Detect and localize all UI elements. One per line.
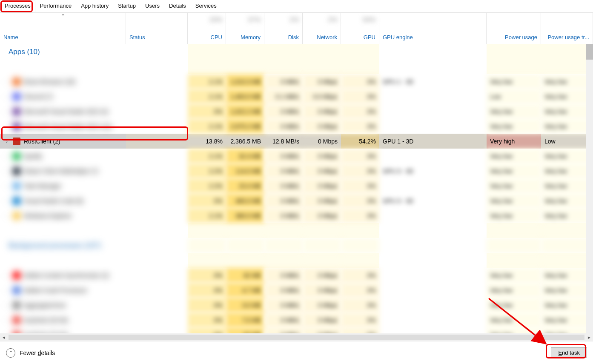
cell: 62 MB <box>226 268 264 283</box>
expander-icon[interactable]: › <box>4 124 9 129</box>
process-name: Discord (7) <box>24 93 53 100</box>
cell: GPU 1 - 3D <box>379 134 487 149</box>
cell <box>487 59 541 74</box>
tab-processes[interactable]: Processes <box>0 0 35 12</box>
table-row[interactable]: ›AggregatorHost0%3.0 MB0 MB/s0 Mbps0%Ver… <box>0 298 593 312</box>
cell: 0 MB/s <box>264 104 303 119</box>
cell <box>341 253 379 268</box>
cell <box>0 223 126 238</box>
app-icon <box>13 197 20 205</box>
name-cell: ›Microsoft Visual Studio 2022 (13) <box>0 119 126 134</box>
cell: 0 Mbps <box>303 268 341 283</box>
process-name: Adobe Content Synchronizer (2) <box>24 272 109 279</box>
expander-icon[interactable]: › <box>4 303 9 308</box>
app-icon <box>13 287 20 294</box>
cell: 0 Mbps <box>303 193 341 208</box>
cell: 2.1% <box>188 119 226 134</box>
expander-icon[interactable]: › <box>4 183 9 189</box>
expander-icon[interactable]: › <box>4 79 9 84</box>
table-row[interactable]: ›Adobe Content Synchronizer (2)0%62 MB0 … <box>0 268 593 283</box>
cell <box>487 44 541 59</box>
expander-icon[interactable]: › <box>4 318 9 323</box>
name-cell: ›AnyDesk (32 bit) <box>0 312 126 327</box>
name-cell: ›Microsoft Visual Studio 2022 (4) <box>0 104 126 119</box>
table-row[interactable]: ›Visual Studio Code (8)0%480.0 MB0 MB/s0… <box>0 193 593 208</box>
vertical-scrollbar[interactable] <box>586 44 593 333</box>
tab-performance[interactable]: Performance <box>35 0 76 12</box>
tab-users[interactable]: Users <box>140 0 164 12</box>
name-cell: ›Adobe Crash Processor <box>0 283 126 298</box>
table-row[interactable]: ›Microsoft Visual Studio 2022 (4)0%1,022… <box>0 104 593 119</box>
cell: 2,975.2 MB <box>226 119 264 134</box>
cell: 0 Mbps <box>303 134 341 149</box>
expander-icon[interactable]: › <box>4 154 9 159</box>
scroll-track[interactable] <box>9 335 584 340</box>
expander-icon[interactable]: › <box>4 169 9 174</box>
scroll-left-icon[interactable]: ◄ <box>0 333 8 341</box>
col-gpu[interactable]: 54%GPU <box>341 12 379 44</box>
cell: Low <box>487 89 541 104</box>
expander-icon[interactable]: › <box>4 198 9 203</box>
cell: Very low <box>487 163 541 178</box>
expander-icon[interactable]: › <box>4 94 9 99</box>
expander-icon[interactable]: › <box>4 273 9 278</box>
col-network[interactable]: 2%Network <box>303 12 341 44</box>
cell: 0 Mbps <box>303 208 341 223</box>
scroll-right-icon[interactable]: ► <box>585 333 593 341</box>
table-row[interactable]: ›Steam Client WebHelper (7)2.2%114.0 MB0… <box>0 163 593 178</box>
table-row[interactable]: ›Microsoft Visual Studio 2022 (13)2.1%2,… <box>0 119 593 134</box>
table-row-selected[interactable]: ›RustClient (2)13.8%2,386.5 MB12.8 MB/s0… <box>0 134 593 149</box>
chevron-up-icon: ⌃ <box>6 348 15 358</box>
expander-icon[interactable]: › <box>4 109 9 114</box>
table-row[interactable]: ›AnyDesk (32 bit)0%7.0 MB0 MB/s0 Mbps0%V… <box>0 312 593 327</box>
process-name: Task Manager <box>24 183 61 189</box>
col-memory[interactable]: 37%Memory <box>226 12 264 44</box>
cell: 480.0 MB <box>226 193 264 208</box>
tab-startup[interactable]: Startup <box>113 0 140 12</box>
process-name: Brave Browser (18) <box>24 78 75 85</box>
col-disk[interactable]: 2%Disk <box>264 12 303 44</box>
expander-icon[interactable]: › <box>4 288 9 293</box>
col-name[interactable]: ⌃ Name <box>0 12 126 44</box>
col-status[interactable]: Status <box>126 12 188 44</box>
col-gpu-engine[interactable]: GPU engine <box>379 12 487 44</box>
tab-services[interactable]: Services <box>191 0 221 12</box>
expander-icon[interactable]: › <box>4 139 9 144</box>
tab-app-history[interactable]: App history <box>76 0 113 12</box>
tab-details[interactable]: Details <box>164 0 191 12</box>
end-task-button[interactable]: End task <box>551 347 587 358</box>
app-icon <box>13 301 20 309</box>
section-header: Apps (10) <box>0 44 593 59</box>
name-cell: ›Spotify <box>0 149 126 163</box>
col-cpu[interactable]: 23%CPU <box>188 12 226 44</box>
cell: 0 MB/s <box>264 298 303 312</box>
cell <box>379 44 487 59</box>
cell: Very low <box>487 119 541 134</box>
fewer-details-link[interactable]: ⌃ Fewer details <box>6 348 55 358</box>
table-row[interactable]: ›Adobe Crash Processor0%4.7 MB0 MB/s0 Mb… <box>0 283 593 298</box>
section-header: Background processes (107) <box>0 238 593 253</box>
table-row[interactable]: ›Windows Explorer2.1%380.0 MB0 MB/s0 Mbp… <box>0 208 593 223</box>
table-row[interactable]: ›Task Manager2.2%23.4 MB0 MB/s0 Mbps0%Ve… <box>0 178 593 193</box>
cell: Very low <box>487 283 541 298</box>
cell: 380.0 MB <box>226 208 264 223</box>
app-icon <box>13 93 20 100</box>
table-row[interactable]: ›Spotify2.1%32.4 MB0 MB/s0 Mbps0%Very lo… <box>0 149 593 163</box>
col-power-trend[interactable]: Power usage tr... <box>541 12 593 44</box>
table-row[interactable]: ›Discord (7)2.1%1,463.0 MB0.1 MB/s0.0 Mb… <box>0 89 593 104</box>
spacer-row <box>0 59 593 74</box>
name-cell: ›Steam Client WebHelper (7) <box>0 163 126 178</box>
cell: Very high <box>487 134 541 149</box>
col-power[interactable]: Power usage <box>487 12 541 44</box>
horizontal-scrollbar[interactable]: ◄ ► <box>0 333 593 341</box>
cell: 0% <box>341 74 379 89</box>
cell: 0% <box>341 208 379 223</box>
process-name: AggregatorHost <box>24 302 66 309</box>
cell: Very low <box>541 163 593 178</box>
cell: 0 Mbps <box>303 149 341 163</box>
scroll-thumb[interactable] <box>586 44 593 60</box>
cell <box>379 283 487 298</box>
process-grid[interactable]: Apps (10)›Brave Browser (18)2.1%1,010.3 … <box>0 44 593 339</box>
table-row[interactable]: ›Brave Browser (18)2.1%1,010.3 MB0 MB/s0… <box>0 74 593 89</box>
expander-icon[interactable]: › <box>4 213 9 218</box>
